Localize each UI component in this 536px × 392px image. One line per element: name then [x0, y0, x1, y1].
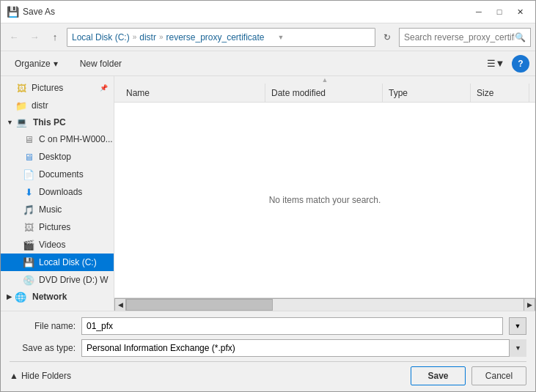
sidebar-item-music-label: Music [39, 204, 62, 215]
organize-label: Organize [15, 59, 51, 69]
title-bar: 💾 Save As ─ □ ✕ [1, 1, 535, 23]
save-button[interactable]: Save [411, 366, 466, 385]
search-input[interactable] [404, 32, 515, 42]
desktop-icon: 🖥 [23, 151, 34, 163]
save-as-dialog: 💾 Save As ─ □ ✕ ← → ↑ Local Disk (C:) » … [0, 0, 536, 392]
sidebar-item-distr[interactable]: 📁 distr [1, 97, 114, 114]
sidebar-item-downloads-label: Downloads [39, 187, 82, 197]
pin-icon: 📌 [100, 84, 108, 92]
window-controls: ─ □ ✕ [469, 4, 529, 19]
view-button[interactable]: ☰▼ [485, 55, 506, 73]
hscroll-track[interactable] [126, 298, 524, 311]
up-button[interactable]: ↑ [46, 29, 64, 46]
hscroll-thumb[interactable] [126, 299, 273, 311]
forward-button[interactable]: → [26, 29, 43, 46]
main-area: 🖼 Pictures 📌 📁 distr ▼ 💻 This PC 🖥 C on … [1, 76, 535, 311]
minimize-button[interactable]: ─ [469, 4, 488, 19]
breadcrumb-item-distr[interactable]: distr [139, 32, 156, 42]
thispc-expand-icon: ▼ [7, 119, 13, 126]
window-icon-glyph: 💾 [7, 6, 19, 18]
scroll-indicator: ▲ [114, 76, 535, 84]
localdisk-icon: 💾 [23, 256, 34, 268]
breadcrumb-sep-2: » [159, 33, 164, 41]
window-icon: 💾 [7, 6, 18, 18]
cdrive-icon: 🖥 [23, 133, 34, 145]
sidebar-item-pictures[interactable]: 🖼 Pictures [1, 218, 114, 236]
bottom-bar: File name: ▼ Save as type: Personal Info… [1, 311, 535, 391]
back-button[interactable]: ← [5, 29, 23, 46]
maximize-button[interactable]: □ [490, 4, 509, 19]
new-folder-button[interactable]: New folder [72, 55, 130, 73]
organize-arrow: ▾ [54, 59, 58, 69]
sidebar-item-music[interactable]: 🎵 Music [1, 201, 114, 218]
hide-folders-label: Hide Folders [21, 371, 71, 381]
sidebar-item-videos[interactable]: 🎬 Videos [1, 236, 114, 254]
refresh-button[interactable]: ↻ [378, 29, 396, 46]
distr-icon: 📁 [15, 100, 27, 111]
sidebar-item-videos-label: Videos [39, 240, 65, 250]
hide-folders-button[interactable]: ▲ Hide Folders [10, 371, 71, 381]
sidebar-item-localdisk-label: Local Disk (C:) [39, 257, 97, 267]
filename-dropdown-button[interactable]: ▼ [509, 317, 526, 335]
sidebar-item-pictures-label: Pictures [39, 222, 70, 232]
saveastype-select[interactable]: Personal Information Exchange (*.pfx) [81, 339, 526, 357]
search-icon: 🔍 [515, 32, 526, 42]
bottom-divider [10, 361, 526, 362]
sidebar-item-downloads[interactable]: ⬇ Downloads [1, 183, 114, 201]
pictures-pinned-icon: 🖼 [15, 82, 27, 94]
sidebar-item-dvd[interactable]: 💿 DVD Drive (D:) W [1, 271, 114, 289]
col-date-label: Date modified [271, 88, 326, 98]
organize-toolbar: Organize ▾ New folder ☰▼ ? [1, 51, 535, 76]
cancel-button[interactable]: Cancel [471, 366, 526, 385]
filename-input[interactable] [81, 317, 503, 335]
col-header-size[interactable]: Size [471, 84, 529, 102]
breadcrumb-expand-icon[interactable]: ▼ [278, 34, 284, 41]
sidebar-item-localdisk[interactable]: 💾 Local Disk (C:) [1, 254, 114, 271]
sidebar-item-dvd-label: DVD Drive (D:) W [39, 275, 109, 285]
file-area: ▲ Name Date modified Type Size No item [114, 76, 535, 311]
sidebar-item-distr-label: distr [32, 100, 48, 111]
hide-folders-icon: ▲ [10, 371, 18, 381]
sidebar-item-desktop[interactable]: 🖥 Desktop [1, 148, 114, 166]
sidebar-section-network-label: Network [32, 292, 67, 302]
saveastype-row: Save as type: Personal Information Excha… [10, 339, 526, 357]
organize-button[interactable]: Organize ▾ [7, 55, 66, 73]
scroll-right-button[interactable]: ▶ [524, 298, 535, 311]
hscrollbar[interactable]: ◀ ▶ [114, 297, 535, 311]
button-row: ▲ Hide Folders Save Cancel [10, 366, 526, 385]
saveastype-select-wrapper: Personal Information Exchange (*.pfx) ▼ [81, 339, 526, 357]
scroll-left-button[interactable]: ◀ [114, 298, 126, 311]
sidebar-item-documents[interactable]: 📄 Documents [1, 166, 114, 183]
file-list: No items match your search. [114, 103, 535, 297]
sidebar-item-cdrive[interactable]: 🖥 C on PMH-W000... [1, 130, 114, 148]
sidebar-item-cdrive-label: C on PMH-W000... [39, 134, 113, 144]
filename-row: File name: ▼ [10, 317, 526, 335]
downloads-icon: ⬇ [23, 186, 34, 198]
sidebar-section-thispc[interactable]: ▼ 💻 This PC [1, 114, 114, 130]
sidebar-section-thispc-label: This PC [33, 117, 66, 127]
scroll-up-indicator: ▲ [322, 76, 328, 84]
breadcrumb-bar: Local Disk (C:) » distr » reverse_proxy_… [67, 28, 375, 47]
sidebar-item-pictures-pinned-label: Pictures [32, 83, 63, 93]
dvd-icon: 💿 [23, 274, 34, 286]
sidebar-section-network[interactable]: ▶ 🌐 Network [1, 289, 114, 305]
sidebar-item-documents-label: Documents [39, 169, 84, 180]
close-button[interactable]: ✕ [510, 4, 529, 19]
col-name-label: Name [126, 88, 150, 98]
network-icon: 🌐 [15, 292, 26, 303]
col-type-label: Type [389, 88, 408, 98]
view-icon: ☰▼ [487, 58, 505, 69]
thispc-icon: 💻 [16, 117, 27, 127]
col-header-type[interactable]: Type [383, 84, 471, 102]
col-header-name[interactable]: Name [120, 84, 265, 102]
network-expand-icon: ▶ [7, 293, 12, 300]
col-header-date[interactable]: Date modified [265, 84, 383, 102]
help-button[interactable]: ? [512, 55, 529, 73]
breadcrumb-item-localdisk[interactable]: Local Disk (C:) [72, 32, 130, 42]
documents-icon: 📄 [23, 169, 34, 180]
sidebar-item-pictures-pinned[interactable]: 🖼 Pictures 📌 [1, 79, 114, 97]
music-icon: 🎵 [23, 204, 34, 215]
saveastype-label: Save as type: [10, 343, 76, 353]
sidebar: 🖼 Pictures 📌 📁 distr ▼ 💻 This PC 🖥 C on … [1, 76, 114, 311]
breadcrumb-item-rpc[interactable]: reverse_proxy_certificate [166, 32, 264, 42]
